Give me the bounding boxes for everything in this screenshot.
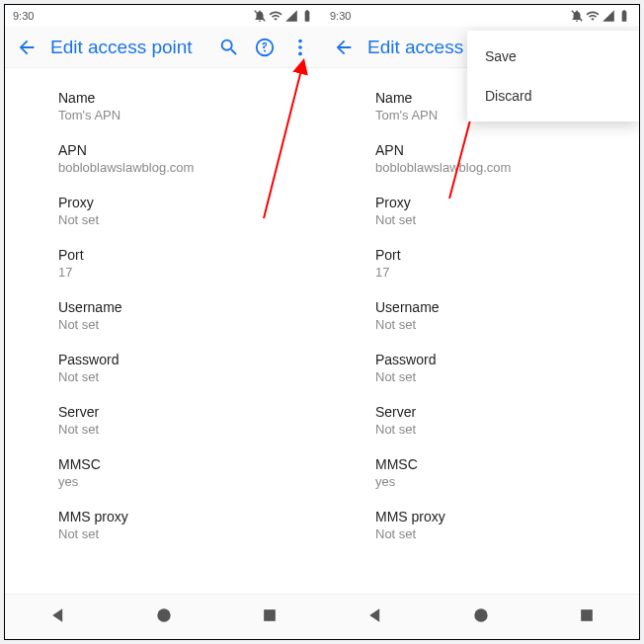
svg-rect-8 [581, 609, 593, 621]
battery-icon [300, 9, 314, 23]
svg-point-4 [157, 608, 170, 621]
row-mmsc[interactable]: MMSCyes [5, 446, 322, 499]
more-vert-icon [289, 37, 311, 58]
row-password[interactable]: PasswordNot set [322, 342, 639, 394]
status-icons [253, 9, 314, 23]
triangle-back-icon [365, 605, 385, 625]
help-icon [254, 37, 276, 58]
svg-point-1 [298, 39, 302, 42]
wifi-icon [269, 9, 282, 23]
menu-discard[interactable]: Discard [467, 76, 639, 116]
back-button[interactable] [326, 30, 362, 65]
screenshot-right: 9:30 Edit access point NameTom's APN APN… [322, 5, 639, 639]
square-recent-icon [577, 605, 597, 625]
svg-rect-5 [264, 609, 276, 621]
square-recent-icon [260, 605, 280, 625]
row-username[interactable]: UsernameNot set [322, 289, 639, 342]
dnd-icon [253, 9, 267, 23]
row-proxy[interactable]: ProxyNot set [322, 185, 639, 237]
back-button[interactable] [9, 30, 44, 65]
nav-back[interactable] [48, 605, 68, 629]
status-time: 9:30 [13, 10, 34, 22]
appbar-title: Edit access point [44, 37, 211, 58]
nav-recent[interactable] [260, 605, 280, 629]
circle-home-icon [154, 605, 174, 625]
settings-list[interactable]: NameTom's APN APNbobloblawslawblog.com P… [322, 68, 639, 594]
screenshot-left: 9:30 Edit access point N [5, 5, 322, 639]
row-name[interactable]: NameTom's APN [5, 80, 322, 132]
row-apn[interactable]: APNbobloblawslawblog.com [5, 132, 322, 185]
row-server[interactable]: ServerNot set [5, 394, 322, 446]
signal-icon [284, 9, 298, 23]
menu-save[interactable]: Save [467, 37, 639, 76]
svg-point-2 [298, 45, 302, 49]
row-mmsproxy[interactable]: MMS proxyNot set [322, 499, 639, 551]
svg-point-7 [474, 608, 487, 621]
help-button[interactable] [247, 30, 282, 65]
row-username[interactable]: UsernameNot set [5, 289, 322, 342]
circle-home-icon [471, 605, 491, 625]
row-password[interactable]: PasswordNot set [5, 342, 322, 394]
overflow-button[interactable] [282, 30, 318, 65]
search-icon [218, 37, 240, 58]
status-time: 9:30 [330, 10, 351, 22]
nav-bar [322, 594, 639, 639]
status-bar: 9:30 [5, 5, 322, 27]
signal-icon [602, 9, 615, 23]
status-icons [570, 9, 631, 23]
app-bar: Edit access point [5, 27, 322, 68]
nav-recent[interactable] [577, 605, 597, 629]
row-mmsproxy[interactable]: MMS proxyNot set [5, 499, 322, 551]
row-apn[interactable]: APNbobloblawslawblog.com [322, 132, 639, 185]
row-port[interactable]: Port17 [322, 237, 639, 289]
nav-home[interactable] [471, 605, 491, 629]
battery-icon [617, 9, 631, 23]
search-button[interactable] [211, 30, 247, 65]
dnd-icon [570, 9, 584, 23]
nav-bar [5, 594, 322, 639]
row-mmsc[interactable]: MMSCyes [322, 446, 639, 499]
wifi-icon [586, 9, 600, 23]
arrow-back-icon [16, 37, 38, 58]
overflow-menu: Save Discard [467, 31, 639, 121]
nav-home[interactable] [154, 605, 174, 629]
arrow-back-icon [333, 37, 355, 58]
row-port[interactable]: Port17 [5, 237, 322, 289]
row-proxy[interactable]: ProxyNot set [5, 185, 322, 237]
triangle-back-icon [48, 605, 68, 625]
svg-point-3 [298, 51, 302, 55]
status-bar: 9:30 [322, 5, 639, 27]
row-server[interactable]: ServerNot set [322, 394, 639, 446]
nav-back[interactable] [365, 605, 385, 629]
settings-list[interactable]: NameTom's APN APNbobloblawslawblog.com P… [5, 68, 322, 594]
